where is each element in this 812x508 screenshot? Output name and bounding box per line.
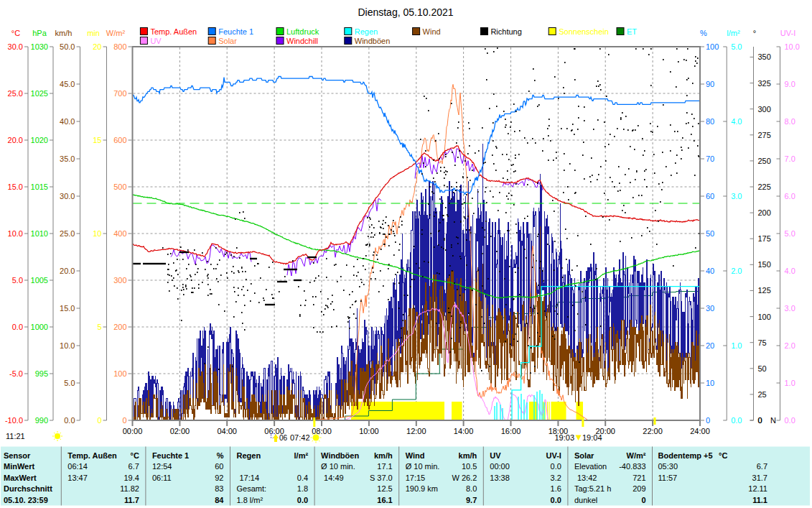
- svg-text:1015: 1015: [31, 183, 48, 191]
- svg-text:00:00: 00:00: [123, 427, 143, 435]
- svg-text:995: 995: [35, 369, 48, 378]
- svg-text:20: 20: [706, 341, 714, 350]
- svg-text:14:00: 14:00: [454, 427, 474, 435]
- svg-text:2.0: 2.0: [785, 341, 795, 350]
- svg-text:17:14: 17:14: [240, 474, 260, 482]
- svg-text:125: 125: [758, 286, 771, 295]
- svg-text:6.7: 6.7: [129, 462, 139, 471]
- svg-text:40.0: 40.0: [60, 117, 75, 126]
- svg-text:50: 50: [706, 229, 714, 238]
- svg-text:5.0: 5.0: [785, 229, 795, 238]
- svg-text:100: 100: [113, 369, 126, 378]
- svg-text:24:00: 24:00: [690, 427, 710, 435]
- svg-text:15.0: 15.0: [60, 304, 75, 313]
- svg-text:Durchschnitt: Durchschnitt: [4, 484, 52, 493]
- svg-text:Wind: Wind: [423, 27, 441, 36]
- svg-text:10.0: 10.0: [60, 341, 75, 350]
- svg-text:350: 350: [758, 52, 771, 61]
- svg-text:400: 400: [113, 229, 126, 238]
- svg-text:721: 721: [633, 474, 645, 482]
- svg-text:0: 0: [97, 416, 101, 425]
- svg-text:Wind: Wind: [406, 451, 425, 460]
- svg-text:Solar: Solar: [574, 451, 594, 460]
- svg-text:16.1: 16.1: [377, 496, 392, 504]
- svg-text:°C: °C: [719, 451, 727, 460]
- svg-text:17:15: 17:15: [406, 474, 426, 482]
- svg-text:75: 75: [758, 338, 767, 347]
- svg-text:S 37.0: S 37.0: [370, 474, 393, 482]
- svg-text:4.0: 4.0: [785, 267, 795, 275]
- svg-text:25.0: 25.0: [8, 89, 23, 98]
- svg-text:UV-I: UV-I: [546, 451, 561, 460]
- svg-text:Ø 10 min.: Ø 10 min.: [406, 462, 440, 471]
- svg-text:%: %: [700, 29, 707, 37]
- svg-text:%: %: [217, 451, 224, 460]
- svg-text:0: 0: [641, 496, 645, 504]
- svg-text:Richtung: Richtung: [490, 27, 521, 36]
- svg-text:700: 700: [113, 89, 126, 98]
- svg-text:22:00: 22:00: [643, 427, 663, 435]
- svg-text:W 26.2: W 26.2: [452, 474, 477, 482]
- svg-text:45.0: 45.0: [60, 80, 75, 88]
- svg-text:9.7: 9.7: [466, 496, 477, 504]
- svg-text:13:38: 13:38: [490, 474, 510, 482]
- svg-text:0.0: 0.0: [731, 416, 742, 425]
- svg-text:1010: 1010: [31, 229, 48, 238]
- svg-text:11:21: 11:21: [6, 432, 25, 440]
- svg-text:200: 200: [113, 323, 126, 331]
- svg-text:1030: 1030: [31, 42, 48, 51]
- svg-text:Luftdruck: Luftdruck: [286, 27, 319, 36]
- svg-text:8.0: 8.0: [466, 484, 477, 493]
- svg-text:6.7: 6.7: [757, 462, 767, 471]
- svg-text:190.9 km: 190.9 km: [406, 484, 438, 493]
- svg-text:990: 990: [35, 416, 48, 425]
- svg-text:1.8: 1.8: [297, 484, 308, 493]
- svg-text:0.0: 0.0: [297, 496, 308, 504]
- svg-text:10: 10: [93, 229, 101, 238]
- svg-text:W/m²: W/m²: [106, 29, 126, 37]
- svg-text:02:00: 02:00: [170, 427, 190, 435]
- svg-text:04:00: 04:00: [217, 427, 237, 435]
- svg-text:2.0: 2.0: [731, 267, 742, 275]
- svg-text:250: 250: [758, 157, 771, 165]
- svg-text:N: N: [770, 416, 776, 425]
- svg-text:-5.0: -5.0: [9, 369, 23, 378]
- svg-text:60: 60: [215, 462, 223, 471]
- svg-text:800: 800: [113, 42, 126, 51]
- svg-text:1.0: 1.0: [785, 379, 795, 387]
- svg-text:300: 300: [113, 276, 126, 285]
- svg-text:-40.833: -40.833: [619, 462, 645, 471]
- svg-text:12.5: 12.5: [377, 484, 392, 493]
- svg-text:4.0: 4.0: [731, 117, 742, 126]
- svg-text:l/m²: l/m²: [727, 29, 740, 37]
- svg-text:Temp. Außen: Temp. Außen: [150, 27, 197, 36]
- svg-text:Dienstag, 05.10.2021: Dienstag, 05.10.2021: [358, 6, 453, 18]
- svg-text:-10.0: -10.0: [5, 416, 23, 425]
- svg-text:km/h: km/h: [459, 451, 477, 460]
- svg-text:W/m²: W/m²: [627, 451, 646, 460]
- svg-text:0.0: 0.0: [551, 496, 561, 504]
- svg-text:12:54: 12:54: [152, 462, 172, 471]
- svg-text:km/h: km/h: [374, 451, 393, 460]
- svg-text:1000: 1000: [31, 323, 48, 331]
- svg-text:20: 20: [93, 42, 101, 51]
- svg-text:325: 325: [758, 79, 771, 88]
- svg-text:Feuchte 1: Feuchte 1: [218, 27, 253, 36]
- svg-text:00:00: 00:00: [490, 462, 510, 471]
- svg-text:300: 300: [758, 105, 771, 114]
- svg-text:MinWert: MinWert: [4, 462, 35, 471]
- svg-text:11.1: 11.1: [752, 496, 767, 504]
- svg-text:Sensor: Sensor: [4, 451, 31, 460]
- svg-text:15: 15: [93, 136, 101, 144]
- svg-text:min: min: [87, 29, 100, 37]
- svg-text:06:14: 06:14: [67, 462, 88, 471]
- svg-text:°C: °C: [11, 29, 20, 37]
- svg-text:600: 600: [113, 136, 126, 144]
- svg-text:11:57: 11:57: [658, 474, 678, 482]
- svg-text:0.4: 0.4: [297, 474, 308, 482]
- svg-text:83: 83: [215, 484, 223, 493]
- svg-text:0.0: 0.0: [12, 323, 23, 331]
- svg-text:10.0: 10.0: [8, 229, 23, 238]
- svg-text:1.0: 1.0: [731, 341, 742, 350]
- svg-text:Regen: Regen: [355, 27, 378, 36]
